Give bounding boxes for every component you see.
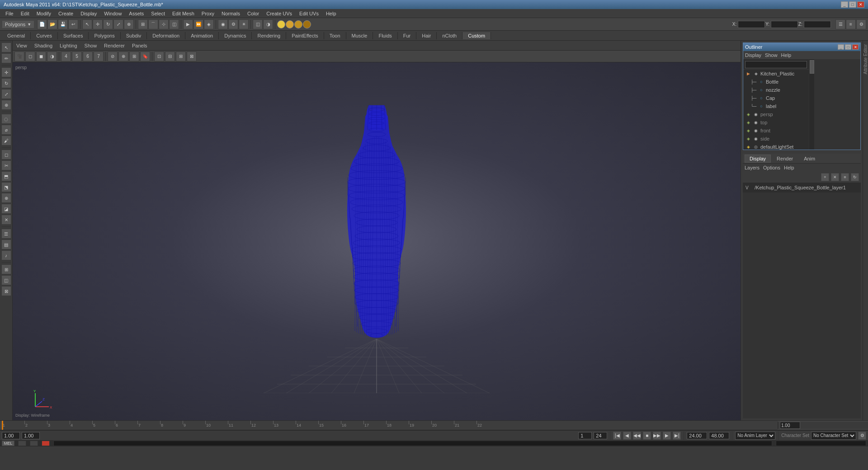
cat-tab-dynamics[interactable]: Dynamics: [219, 32, 252, 39]
vp-menu-renderer[interactable]: Renderer: [104, 43, 125, 48]
light-color-2-button[interactable]: [286, 20, 294, 28]
vp-menu-show[interactable]: Show: [85, 43, 97, 48]
render-settings-button[interactable]: ⚙: [228, 19, 238, 29]
menu-window[interactable]: Window: [100, 10, 125, 17]
cat-tab-muscle[interactable]: Muscle: [346, 32, 373, 39]
range-start-input[interactable]: [578, 432, 592, 439]
layer-refresh-button[interactable]: ↻: [851, 173, 859, 181]
cat-tab-curves[interactable]: Curves: [31, 32, 58, 39]
new-layer-button[interactable]: +: [821, 173, 829, 181]
vp-menu-panels[interactable]: Panels: [132, 43, 147, 48]
attr-sub-layers[interactable]: Layers: [745, 165, 760, 170]
display-layer-button[interactable]: ☰: [1, 229, 11, 239]
select-tool-button[interactable]: ↖: [82, 19, 92, 29]
vp-menu-shading[interactable]: Shading: [34, 43, 52, 48]
bevel-button[interactable]: ◪: [1, 204, 11, 214]
close-bar-button[interactable]: [42, 441, 50, 446]
split-poly-button[interactable]: ✂: [1, 160, 11, 170]
tree-item-cap[interactable]: ├─ ○ Cap: [743, 94, 809, 102]
new-scene-button[interactable]: 📄: [37, 19, 47, 29]
step-back-button[interactable]: ◀: [623, 432, 631, 440]
output-window-button[interactable]: [30, 441, 38, 446]
film-gate-button[interactable]: ⊟: [165, 52, 175, 61]
show-manip-button[interactable]: ⊕: [1, 100, 11, 110]
anim-range-end-input[interactable]: [709, 432, 729, 439]
cat-tab-painteffects[interactable]: PaintEffects: [286, 32, 324, 39]
extrude-button[interactable]: ⬒: [1, 171, 11, 181]
tool-settings-button[interactable]: ⚙: [856, 19, 866, 29]
cat-tab-surfaces[interactable]: Surfaces: [58, 32, 89, 39]
stop-button[interactable]: ■: [643, 432, 651, 440]
outliner-search-input[interactable]: [745, 61, 807, 68]
play-back-button[interactable]: ◀◀: [633, 432, 641, 440]
cat-tab-ncloth[interactable]: nCloth: [437, 32, 462, 39]
menu-display[interactable]: Display: [77, 10, 100, 17]
bridge-button[interactable]: ⬔: [1, 182, 11, 192]
command-line-input[interactable]: [53, 441, 772, 446]
camera-bookmarks-button[interactable]: 🔖: [140, 52, 150, 61]
menu-help[interactable]: Help: [322, 10, 340, 17]
playback-start-input[interactable]: [2, 432, 20, 439]
cat-tab-rendering[interactable]: Rendering: [252, 32, 286, 39]
attr-tab-render[interactable]: Render: [772, 155, 798, 163]
tree-item-side[interactable]: ◈ ◉ side: [743, 135, 809, 143]
anim-layer-button[interactable]: ♪: [1, 250, 11, 260]
vp-menu-lighting[interactable]: Lighting: [60, 43, 77, 48]
y-coord-input[interactable]: [771, 21, 798, 28]
layer-row-ketchup[interactable]: V /Ketchup_Plastic_Squeeze_Bottle_layer1: [743, 183, 861, 193]
attr-sub-options[interactable]: Options: [763, 165, 780, 170]
show-xform-handles-button[interactable]: ⊕: [118, 52, 128, 61]
camera-select-button[interactable]: 🎥: [14, 52, 24, 61]
viewport-canvas[interactable]: .bottle-wire { fill: none; stroke: #1a1a…: [13, 62, 741, 420]
merge-button[interactable]: ⊕: [1, 193, 11, 203]
toggle-grid-button[interactable]: ⊞: [129, 52, 139, 61]
cat-tab-animation[interactable]: Animation: [185, 32, 219, 39]
attr-tab-anim[interactable]: Anim: [799, 155, 820, 163]
script-editor-button[interactable]: [18, 441, 26, 446]
snap-grid-button[interactable]: ⊞: [138, 19, 148, 29]
light-color-4-button[interactable]: [303, 20, 311, 28]
select-mode-button[interactable]: ↖: [1, 42, 11, 52]
delete-layer-button[interactable]: ✕: [831, 173, 839, 181]
menu-create[interactable]: Create: [55, 10, 77, 17]
range-end-input[interactable]: [594, 432, 607, 439]
playback-current-input[interactable]: [22, 432, 40, 439]
go-to-start-button[interactable]: |◀: [613, 432, 621, 440]
cat-tab-general[interactable]: General: [2, 32, 31, 39]
render-current-frame-button[interactable]: ▶: [183, 19, 193, 29]
menu-select[interactable]: Select: [147, 10, 169, 17]
resolution-gate-button[interactable]: ⊡: [154, 52, 164, 61]
display-5-button[interactable]: 5: [72, 52, 82, 61]
render-sequence-button[interactable]: ⏩: [193, 19, 203, 29]
menu-color[interactable]: Color: [244, 10, 263, 17]
field-chart-button[interactable]: ⊞: [176, 52, 186, 61]
create-poly-button[interactable]: ◻: [1, 150, 11, 160]
outliner-scrollbar[interactable]: [809, 59, 814, 150]
tree-item-defaultlightset[interactable]: ◈ ◎ defaultLightSet: [743, 143, 809, 150]
attribute-editor-strip-label[interactable]: Attribute Editor: [863, 44, 868, 74]
mel-python-toggle-button[interactable]: MEL: [2, 441, 14, 446]
timeline-numbers[interactable]: 1 2 3 4 5 6 7 8 9 10 11 12 13 14 15 16 1…: [2, 421, 778, 430]
outliner-maximize-button[interactable]: □: [845, 44, 851, 50]
delete-edge-button[interactable]: ✕: [1, 215, 11, 225]
play-forward-button[interactable]: ▶▶: [653, 432, 661, 440]
menu-edit[interactable]: Edit: [17, 10, 33, 17]
snap-point-button[interactable]: ⊹: [159, 19, 169, 29]
anim-end-input[interactable]: [687, 432, 707, 439]
menu-file[interactable]: File: [2, 10, 17, 17]
tree-item-front[interactable]: ◈ ◉ front: [743, 127, 809, 135]
paint-select-button[interactable]: ✏: [1, 53, 11, 63]
light-editor-button[interactable]: ☀: [239, 19, 249, 29]
show-heads-up-button[interactable]: ◫: [1, 275, 11, 285]
undo-button[interactable]: ↩: [68, 19, 78, 29]
menu-assets[interactable]: Assets: [125, 10, 147, 17]
toggle-selection-masks-button[interactable]: ⊘: [108, 52, 118, 61]
cat-tab-fluids[interactable]: Fluids: [373, 32, 397, 39]
render-layer-button[interactable]: ▤: [1, 240, 11, 249]
snap-curve-button[interactable]: ⌒: [148, 19, 158, 29]
minimize-button[interactable]: _: [841, 1, 848, 8]
outliner-scrollbar-thumb[interactable]: [810, 60, 814, 74]
scale-button[interactable]: ⤢: [1, 89, 11, 99]
cat-tab-custom[interactable]: Custom: [462, 32, 491, 39]
outliner-close-button[interactable]: ✕: [852, 44, 859, 50]
